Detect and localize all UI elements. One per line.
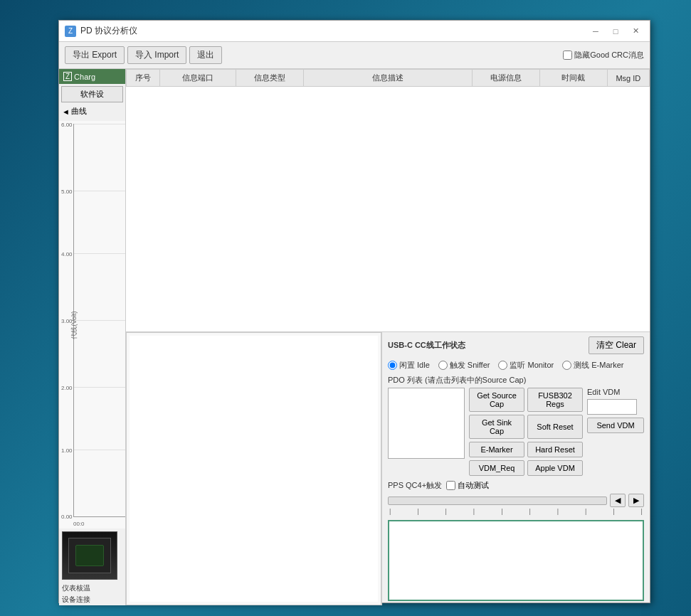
log-section (382, 517, 650, 605)
usb-status-row: USB-C CC线工作状态 清空 Clear (382, 332, 650, 359)
auto-test-label[interactable]: 自动测试 (446, 480, 489, 491)
pdo-buttons: Get Source Cap FUSB302 Regs Get Sink Cap… (469, 388, 583, 476)
table-body (126, 87, 650, 331)
progress-bar (388, 496, 607, 505)
window-title: PD 协议分析仪 (80, 25, 137, 37)
expand-icon: ◄ (62, 107, 70, 116)
y-tick-6: 6.00 (74, 124, 125, 124)
import-button[interactable]: 导入 Import (127, 46, 186, 64)
toolbar: 导出 Export 导入 Import 退出 隐藏Good CRC消息 (59, 42, 650, 69)
usb-status-label: USB-C CC线工作状态 (388, 340, 465, 351)
col-type: 信息类型 (236, 70, 304, 87)
fusb302-regs-button[interactable]: FUSB302 Regs (527, 388, 583, 412)
hide-crc-checkbox[interactable] (563, 51, 572, 60)
progress-ticks: |||||||||| (388, 507, 644, 516)
progress-next-button[interactable]: ▶ (628, 494, 644, 507)
auto-test-checkbox[interactable] (446, 481, 455, 490)
hide-crc-label[interactable]: 隐藏Good CRC消息 (563, 50, 644, 60)
sidebar-header: Z Charg (59, 69, 125, 84)
vdm-section: Edit VDM Send VDM (587, 388, 644, 433)
instrument-label: 仪表核温 (59, 583, 125, 594)
title-bar: Z PD 协议分析仪 ─ □ ✕ (59, 21, 650, 42)
main-window: Z PD 协议分析仪 ─ □ ✕ 导出 Export 导入 Import 退出 … (58, 20, 650, 603)
pdo-list[interactable] (388, 388, 465, 459)
get-sink-cap-button[interactable]: Get Sink Cap (469, 415, 524, 439)
export-button[interactable]: 导出 Export (65, 46, 125, 64)
auto-test-text: 自动测试 (458, 480, 489, 491)
send-vdm-button[interactable]: Send VDM (587, 418, 644, 433)
soft-reset-button[interactable]: Soft Reset (527, 415, 583, 439)
col-msgid: Msg ID (607, 70, 649, 87)
e-marker-button[interactable]: E-Marker (469, 442, 524, 457)
radio-idle-label: 闲置 Idle (399, 360, 430, 371)
minimize-button[interactable]: ─ (587, 25, 604, 38)
col-seq: 序号 (127, 70, 160, 87)
title-controls: ─ □ ✕ (587, 25, 644, 38)
y-tick-2: 2.00 (74, 387, 125, 388)
y-tick-1: 1.00 (74, 450, 125, 450)
pdo-section: PDO 列表 (请点击列表中的Source Cap) Get Source Ca… (382, 375, 650, 479)
sidebar-icon: Z (63, 72, 72, 81)
bottom-left-chart (126, 332, 382, 605)
radio-emarker-input[interactable] (562, 361, 571, 370)
radio-monitor[interactable]: 监听 Monitor (498, 360, 554, 371)
center-area: 序号 信息端口 信息类型 信息描述 电源信息 时间截 Msg ID (126, 69, 650, 605)
col-desc: 信息描述 (303, 70, 472, 87)
radio-sniffer-input[interactable] (438, 361, 448, 370)
progress-prev-button[interactable]: ◀ (610, 494, 626, 507)
pdo-area: Get Source Cap FUSB302 Regs Get Sink Cap… (388, 388, 644, 476)
app-icon: Z (65, 26, 76, 37)
radio-idle[interactable]: 闲置 Idle (388, 360, 430, 371)
bottom-right-panel: USB-C CC线工作状态 清空 Clear 闲置 Idle 触发 Sniffe… (382, 332, 650, 605)
col-port: 信息端口 (160, 70, 236, 87)
col-power: 电源信息 (473, 70, 540, 87)
y-tick-4: 4.00 (74, 253, 125, 254)
radio-sniffer-label: 触发 Sniffer (450, 360, 490, 371)
apple-vdm-button[interactable]: Apple VDM (527, 460, 583, 476)
chart-area: 代线(Volt) 6.00 5.00 4.00 3.00 2.00 1.00 0… (59, 121, 125, 529)
toolbar-right: 隐藏Good CRC消息 (563, 50, 644, 60)
title-bar-left: Z PD 协议分析仪 (65, 25, 137, 37)
x-tick-start: 00:0 (73, 521, 85, 527)
software-settings-button[interactable]: 软件设 (61, 86, 123, 102)
pdo-label: PDO 列表 (请点击列表中的Source Cap) (388, 375, 644, 386)
vdm-input[interactable] (587, 399, 637, 415)
radio-monitor-input[interactable] (498, 361, 507, 370)
vdm-req-button[interactable]: VDM_Req (469, 460, 524, 476)
expand-button[interactable]: ◄ 曲线 (59, 105, 125, 118)
progress-row: ◀ ▶ |||||||||| (382, 492, 650, 517)
top-table-area: 序号 信息端口 信息类型 信息描述 电源信息 时间截 Msg ID (126, 69, 650, 332)
quit-button[interactable]: 退出 (189, 46, 222, 64)
radio-monitor-label: 监听 Monitor (510, 360, 554, 371)
pps-label: PPS QC4+触发 (388, 480, 442, 491)
sidebar-title: Charg (74, 73, 95, 81)
bottom-area: USB-C CC线工作状态 清空 Clear 闲置 Idle 触发 Sniffe… (126, 332, 650, 605)
radio-emarker[interactable]: 测线 E-Marker (562, 360, 623, 371)
radio-sniffer[interactable]: 触发 Sniffer (438, 360, 490, 371)
thumbnail-instrument (62, 531, 117, 580)
chart-axis: 6.00 5.00 4.00 3.00 2.00 1.00 0.00 (73, 124, 125, 517)
close-button[interactable]: ✕ (627, 25, 644, 38)
radio-group: 闲置 Idle 触发 Sniffer 监听 Monitor 测线 E- (382, 359, 650, 375)
main-layout: Z Charg 软件设 ◄ 曲线 代线(Volt) 6.00 5.00 4.00… (59, 69, 650, 605)
y-axis-label: 代线(Volt) (70, 311, 79, 339)
col-time: 时间截 (539, 70, 607, 87)
clear-button[interactable]: 清空 Clear (589, 336, 644, 354)
left-sidebar: Z Charg 软件设 ◄ 曲线 代线(Volt) 6.00 5.00 4.00… (59, 69, 126, 605)
maximize-button[interactable]: □ (607, 25, 624, 38)
curve-label: 曲线 (71, 106, 87, 117)
radio-idle-input[interactable] (388, 361, 397, 370)
radio-emarker-label: 测线 E-Marker (574, 360, 623, 371)
y-tick-5: 5.00 (74, 191, 125, 191)
pps-row: PPS QC4+触发 自动测试 (382, 479, 650, 492)
hard-reset-button[interactable]: Hard Reset (527, 442, 583, 457)
log-textarea[interactable] (388, 520, 644, 601)
get-source-cap-button[interactable]: Get Source Cap (469, 388, 524, 412)
vdm-label: Edit VDM (587, 388, 644, 396)
data-table: 序号 信息端口 信息类型 信息描述 电源信息 时间截 Msg ID (126, 69, 650, 87)
device-label: 设备连接 (59, 594, 125, 605)
y-tick-3: 3.00 (74, 320, 125, 321)
